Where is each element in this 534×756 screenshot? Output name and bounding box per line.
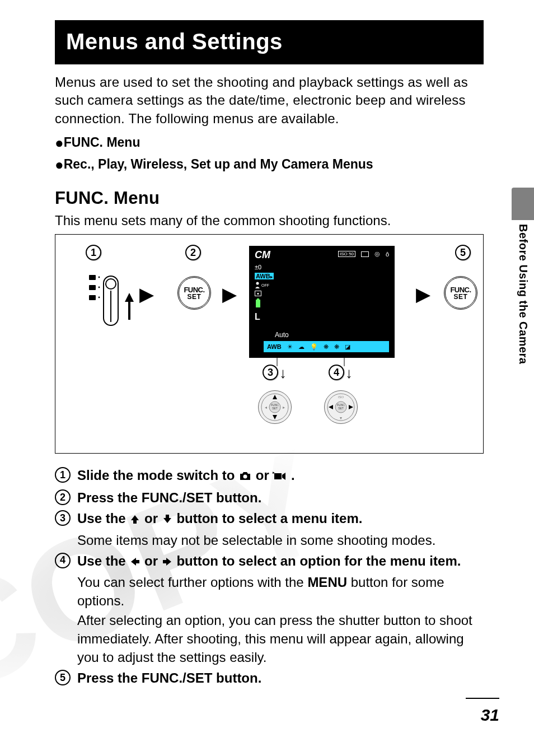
func-menu-diagram: 1 2 5 3 4 ▶ ▶ ▶ bbox=[55, 234, 484, 454]
svg-rect-4 bbox=[89, 275, 96, 280]
step-text: Slide the mode switch to or ▸ . bbox=[77, 466, 484, 486]
section-heading: FUNC. Menu bbox=[55, 188, 484, 208]
bullet-item: ●Rec., Play, Wireless, Set up and My Cam… bbox=[55, 154, 484, 176]
step-text: Use the or button to select an option fo… bbox=[77, 552, 484, 572]
step-text: Press the FUNC./SET button. bbox=[77, 669, 484, 687]
arrow-up-icon bbox=[129, 511, 140, 529]
callout-2-icon: 2 bbox=[185, 245, 201, 260]
svg-point-9 bbox=[99, 297, 100, 298]
func-set-button-icon: FUNC. SET bbox=[177, 276, 211, 310]
bullet-dot-icon: ● bbox=[55, 156, 64, 173]
list-item: 5 Press the FUNC./SET button. bbox=[55, 669, 484, 687]
arrow-down-icon bbox=[162, 511, 173, 529]
arrow-right-icon: ▶ bbox=[222, 283, 237, 305]
list-item: 3 Use the or button to select a menu ite… bbox=[55, 509, 484, 549]
svg-point-8 bbox=[99, 287, 100, 288]
svg-text:ISO: ISO bbox=[338, 395, 344, 399]
step-number: 2 bbox=[55, 489, 71, 505]
step-note: After selecting an option, you can press… bbox=[77, 611, 484, 666]
list-item: 2 Press the FUNC./SET button. bbox=[55, 488, 484, 507]
list-item: 4 Use the or button to select an option … bbox=[55, 552, 484, 667]
callout-1-icon: 1 bbox=[86, 245, 101, 260]
step-number: 5 bbox=[55, 670, 71, 685]
intro-paragraph: Menus are used to set the shooting and p… bbox=[55, 73, 484, 128]
callout-5-icon: 5 bbox=[455, 245, 471, 260]
svg-rect-6 bbox=[89, 295, 96, 300]
page-number: 31 bbox=[481, 706, 499, 725]
page-title: Menus and Settings bbox=[55, 20, 484, 64]
movie-mode-icon: ▸ bbox=[273, 468, 287, 486]
svg-text:▸: ▸ bbox=[283, 405, 285, 410]
svg-text:◂: ◂ bbox=[265, 405, 267, 410]
nav-dial-leftright-icon: FUNC SET ISO ▾ bbox=[324, 390, 358, 424]
svg-point-25 bbox=[243, 475, 247, 479]
footer-rule bbox=[466, 698, 499, 699]
svg-point-2 bbox=[106, 279, 116, 289]
svg-text:▾: ▾ bbox=[340, 416, 342, 421]
step-text: Press the FUNC./SET button. bbox=[77, 488, 484, 507]
step-number: 4 bbox=[55, 553, 71, 568]
connector-lines bbox=[249, 246, 395, 380]
section-sub: This menu sets many of the common shooti… bbox=[55, 213, 484, 228]
bullet-text: FUNC. Menu bbox=[64, 135, 140, 150]
bullet-list: ●FUNC. Menu ●Rec., Play, Wireless, Set u… bbox=[55, 132, 484, 176]
step-note: You can select further options with the … bbox=[77, 573, 484, 610]
camera-mode-icon bbox=[238, 468, 252, 486]
bullet-item: ●FUNC. Menu bbox=[55, 132, 484, 154]
mode-switch-illustration bbox=[85, 268, 135, 333]
page-content: Menus and Settings Menus are used to set… bbox=[0, 0, 534, 687]
list-item: 1 Slide the mode switch to or ▸ . bbox=[55, 466, 484, 486]
steps-list: 1 Slide the mode switch to or ▸ . 2 bbox=[55, 466, 484, 687]
arrow-left-icon bbox=[129, 553, 140, 572]
arrow-down-icon: ↓ bbox=[279, 365, 287, 382]
step-note: Some items may not be selectable in some… bbox=[77, 531, 484, 549]
arrow-right-icon: ▶ bbox=[416, 283, 430, 305]
svg-text:SET: SET bbox=[272, 407, 278, 410]
svg-text:▸: ▸ bbox=[273, 470, 275, 474]
func-set-button-icon: FUNC. SET bbox=[444, 276, 477, 310]
arrow-down-icon: ↓ bbox=[345, 365, 353, 382]
arrow-right-icon bbox=[162, 553, 173, 572]
svg-point-7 bbox=[99, 277, 100, 278]
step-number: 1 bbox=[55, 467, 71, 483]
bullet-dot-icon: ● bbox=[55, 134, 64, 151]
step-text: Use the or button to select a menu item. bbox=[77, 509, 484, 529]
svg-rect-26 bbox=[274, 473, 282, 479]
nav-dial-updown-icon: FUNC SET ◂ ▸ bbox=[258, 390, 292, 424]
bullet-text: Rec., Play, Wireless, Set up and My Came… bbox=[64, 157, 373, 171]
svg-rect-5 bbox=[89, 285, 96, 290]
step-number: 3 bbox=[55, 510, 71, 526]
arrow-right-icon: ▶ bbox=[139, 283, 154, 305]
svg-text:SET: SET bbox=[338, 407, 344, 410]
